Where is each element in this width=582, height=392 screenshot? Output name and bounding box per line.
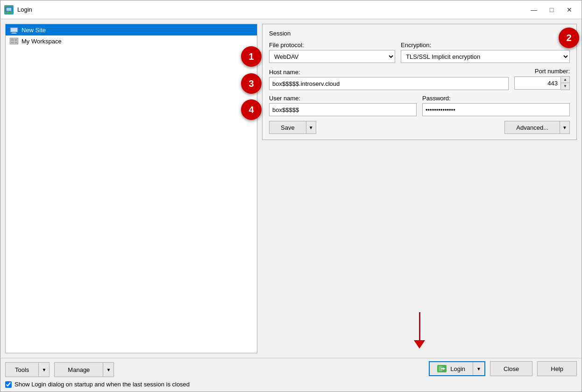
svg-marker-11 xyxy=(443,367,445,370)
port-group: Port number: 443 ▲ ▼ xyxy=(514,68,570,90)
hostname-input[interactable]: box$$$$$.introserv.cloud xyxy=(269,77,509,90)
credentials-row: User name: box$$$$$ 4 Password: ••••••••… xyxy=(269,95,570,116)
title-bar: Login — □ ✕ xyxy=(0,0,582,19)
login-icon xyxy=(437,365,447,372)
startup-checkbox-label[interactable]: Show Login dialog on startup and when th… xyxy=(5,381,190,388)
bottom-bar: Show Login dialog on startup and when th… xyxy=(0,379,582,392)
advanced-button[interactable]: Advanced... xyxy=(504,121,560,134)
encryption-group: Encryption: TLS/SSL Implicit encryption … xyxy=(401,42,570,63)
svg-rect-8 xyxy=(11,33,17,34)
login-split-button: Login ▼ xyxy=(429,361,485,376)
login-window: Login — □ ✕ New Site xyxy=(0,0,582,392)
login-label: Login xyxy=(450,365,465,372)
username-label: User name: xyxy=(269,95,417,102)
protocol-row: File protocol: WebDAV 1 Encryption: TLS/… xyxy=(269,42,570,63)
save-arrow-button[interactable]: ▼ xyxy=(306,121,316,134)
workspace-label: My Workspace xyxy=(21,38,62,45)
new-site-label: New Site xyxy=(21,27,46,34)
port-decrement-button[interactable]: ▼ xyxy=(561,83,569,90)
file-protocol-select[interactable]: WebDAV xyxy=(269,50,395,63)
window-title: Login xyxy=(17,6,525,13)
port-input-wrap: 443 ▲ ▼ xyxy=(514,76,570,90)
tree-item-new-site[interactable]: New Site xyxy=(6,24,257,35)
file-protocol-group: File protocol: WebDAV 1 xyxy=(269,42,395,63)
port-spinner: ▲ ▼ xyxy=(561,76,570,90)
tree-item-my-workspace[interactable]: My Workspace xyxy=(6,35,257,47)
bottom-toolbar: Tools ▼ Manage ▼ Login ▼ xyxy=(0,358,582,379)
save-split-button: Save ▼ xyxy=(269,121,316,134)
advanced-arrow-button[interactable]: ▼ xyxy=(560,121,570,134)
password-group: Password: •••••••••••••• xyxy=(422,95,570,116)
site-tree-panel: New Site My Workspace xyxy=(5,24,257,353)
content-area: New Site My Workspace Session File pro xyxy=(0,19,582,358)
startup-checkbox-text: Show Login dialog on startup and when th… xyxy=(14,381,190,388)
tools-split-button: Tools ▼ xyxy=(5,362,50,375)
startup-checkbox[interactable] xyxy=(5,381,12,388)
login-button[interactable]: Login xyxy=(430,362,473,375)
file-protocol-label: File protocol: xyxy=(269,42,395,49)
password-label: Password: xyxy=(422,95,570,102)
workspace-icon xyxy=(9,37,19,45)
maximize-button[interactable]: □ xyxy=(543,3,560,16)
login-arrow xyxy=(414,312,425,349)
svg-rect-6 xyxy=(11,28,17,32)
session-title: Session xyxy=(269,30,570,37)
close-button[interactable]: Close xyxy=(490,361,532,376)
tools-arrow-button[interactable]: ▼ xyxy=(38,362,50,377)
window-controls: — □ ✕ xyxy=(525,3,578,16)
close-window-button[interactable]: ✕ xyxy=(561,3,578,16)
password-input[interactable]: •••••••••••••• xyxy=(422,103,570,116)
manage-button[interactable]: Manage xyxy=(54,362,103,377)
encryption-select[interactable]: TLS/SSL Implicit encryption xyxy=(401,50,570,63)
hostname-row: Host name: box$$$$$.introserv.cloud 3 Po… xyxy=(269,68,570,90)
port-input[interactable]: 443 xyxy=(514,77,561,90)
port-increment-button[interactable]: ▲ xyxy=(561,77,569,83)
svg-rect-1 xyxy=(7,8,11,11)
username-input[interactable]: box$$$$$ xyxy=(269,103,417,116)
port-label: Port number: xyxy=(514,68,570,75)
username-group: User name: box$$$$$ 4 xyxy=(269,95,417,116)
new-site-icon xyxy=(9,26,19,34)
app-icon xyxy=(4,5,14,14)
form-btn-row: Save ▼ Advanced... ▼ xyxy=(269,121,570,134)
encryption-label: Encryption: xyxy=(401,42,570,49)
manage-arrow-button[interactable]: ▼ xyxy=(103,362,114,377)
tools-button[interactable]: Tools xyxy=(5,362,38,377)
help-button[interactable]: Help xyxy=(537,361,577,376)
advanced-split-button: Advanced... ▼ xyxy=(504,121,570,134)
login-arrow-button[interactable]: ▼ xyxy=(473,362,484,375)
minimize-button[interactable]: — xyxy=(525,3,542,16)
save-button[interactable]: Save xyxy=(269,121,306,134)
session-box: Session File protocol: WebDAV 1 xyxy=(262,24,577,140)
manage-split-button: Manage ▼ xyxy=(54,362,114,375)
hostname-label: Host name: xyxy=(269,69,509,76)
hostname-group: Host name: box$$$$$.introserv.cloud 3 xyxy=(269,69,509,90)
session-panel: Session File protocol: WebDAV 1 xyxy=(262,24,577,353)
